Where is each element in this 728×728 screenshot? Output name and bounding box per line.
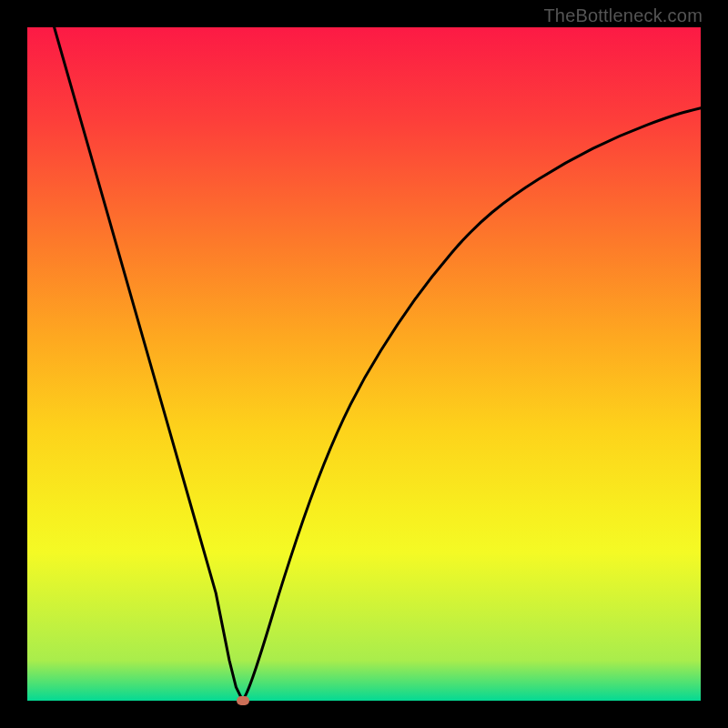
bottleneck-curve bbox=[55, 27, 701, 701]
optimum-marker bbox=[237, 696, 249, 705]
watermark-text: TheBottleneck.com bbox=[543, 5, 703, 26]
chart-container: TheBottleneck.com bbox=[0, 0, 728, 728]
plot-area bbox=[27, 27, 701, 701]
curve-svg bbox=[27, 27, 701, 701]
